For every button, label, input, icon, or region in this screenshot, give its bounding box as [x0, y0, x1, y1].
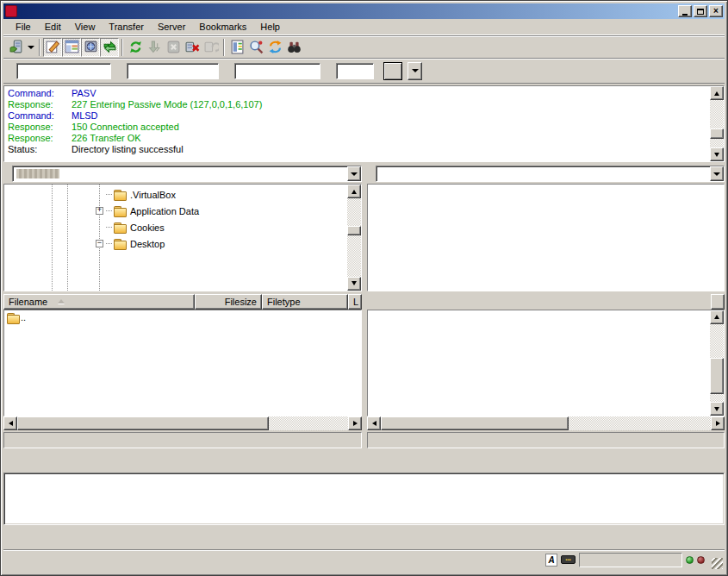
transfer-queue-icon [103, 40, 117, 54]
scroll-up-button[interactable] [710, 310, 724, 324]
local-pane: .VirtualBox Application Data Cookies [3, 165, 362, 448]
host-input[interactable] [16, 63, 111, 79]
remote-list-scrollbar[interactable] [710, 310, 724, 416]
refresh-button[interactable] [126, 38, 145, 57]
column-header[interactable]: Filetype [262, 294, 348, 310]
site-manager-dropdown[interactable] [26, 38, 36, 57]
scroll-left-button[interactable] [367, 416, 381, 430]
scroll-left-button[interactable] [3, 416, 17, 430]
tree-connector [106, 243, 112, 244]
cancel-button[interactable] [164, 38, 183, 57]
toggle-message-log-button[interactable] [43, 38, 62, 57]
toggle-queue-button[interactable] [100, 38, 119, 57]
tree-connector [106, 194, 112, 195]
file-row[interactable]: .. [4, 310, 361, 325]
arrow-left-icon [9, 421, 13, 426]
remote-site-dropdown[interactable] [710, 166, 724, 181]
arrow-right-icon [716, 421, 720, 426]
scroll-right-button[interactable] [348, 416, 362, 430]
log-line-text: MLSD [72, 110, 98, 122]
disconnect-button[interactable] [183, 38, 202, 57]
resize-grip-icon[interactable] [712, 558, 723, 569]
menu-item[interactable]: File [9, 20, 38, 34]
tree-item[interactable]: Application Data [4, 203, 347, 219]
remote-pane [367, 165, 725, 448]
folder-icon [113, 189, 127, 200]
log-line-text: 150 Connection accepted [72, 122, 179, 133]
reconnect-button[interactable] [202, 38, 221, 57]
scrollbar-thumb[interactable] [710, 128, 724, 139]
scrollbar-thumb[interactable] [710, 358, 724, 394]
password-input[interactable] [234, 63, 320, 79]
menu-item[interactable]: Edit [38, 20, 68, 34]
tree-item[interactable]: Desktop [4, 235, 347, 252]
quickconnect-button[interactable] [383, 62, 402, 80]
username-input[interactable] [127, 63, 219, 79]
menu-item[interactable]: Server [151, 20, 192, 34]
menu-item[interactable]: Transfer [102, 20, 151, 34]
local-tree-scrollbar[interactable] [347, 185, 361, 291]
cancel-icon [166, 40, 181, 54]
remote-tree-icon [84, 40, 98, 54]
find-files-button[interactable] [284, 38, 303, 57]
port-input[interactable] [336, 63, 374, 79]
directory-listing-filter-button[interactable] [227, 38, 246, 57]
remote-list-hscrollbar[interactable] [367, 416, 725, 430]
scroll-down-button[interactable] [710, 402, 724, 416]
scrollbar-thumb[interactable] [347, 226, 361, 235]
log-line-text: Directory listing successful [72, 144, 184, 155]
scroll-right-button[interactable] [711, 416, 725, 430]
column-header[interactable]: Filename [3, 294, 195, 310]
toggle-remote-tree-button[interactable] [81, 38, 100, 57]
arrow-down-icon [352, 281, 357, 285]
scrollbar-thumb[interactable] [17, 416, 269, 430]
scroll-up-button[interactable] [347, 185, 361, 198]
transfer-type-icon[interactable]: A [545, 554, 557, 567]
scrollbar-thumb[interactable] [381, 416, 569, 430]
tree-expander[interactable] [96, 207, 103, 215]
log-line: Response: 150 Connection accepted [8, 122, 710, 133]
synchronized-browsing-button[interactable] [265, 38, 284, 57]
log-line: Command: PASV [8, 88, 710, 99]
toggle-local-tree-button[interactable] [62, 38, 81, 57]
speed-limit-icon[interactable]: ▪▪▪ [561, 555, 576, 564]
arrow-up-icon [714, 91, 719, 96]
minimize-button[interactable] [678, 5, 692, 17]
scroll-down-button[interactable] [710, 147, 724, 161]
remote-site-combo[interactable] [376, 166, 725, 182]
local-list-hscrollbar[interactable] [3, 416, 362, 430]
scroll-down-button[interactable] [347, 277, 361, 291]
tree-item[interactable]: Cookies [4, 219, 347, 235]
log-line-label: Response: [8, 122, 72, 133]
process-queue-button[interactable] [145, 38, 164, 57]
activity-led-red [697, 556, 705, 564]
menu-item[interactable]: View [68, 20, 103, 34]
chevron-down-icon [713, 172, 720, 176]
tree-expander[interactable] [96, 240, 103, 247]
tree-guide-line [52, 185, 53, 291]
menu-item[interactable]: Bookmarks [192, 20, 253, 34]
tree-connector [106, 210, 112, 211]
close-button[interactable]: × [709, 5, 723, 17]
log-scrollbar[interactable] [710, 86, 724, 161]
quickconnect-dropdown[interactable] [408, 62, 422, 80]
redacted-username [16, 169, 59, 178]
column-header[interactable]: Filesize [195, 294, 262, 310]
directory-comparison-button[interactable] [246, 38, 265, 57]
maximize-button[interactable] [694, 5, 707, 17]
scroll-up-button[interactable] [710, 86, 724, 100]
local-site-dropdown[interactable] [347, 166, 361, 181]
local-directory-tree: .VirtualBox Application Data Cookies [3, 184, 362, 291]
queue-tabs [3, 527, 725, 546]
tree-item-label: .VirtualBox [130, 190, 176, 200]
column-header[interactable]: L [348, 294, 362, 310]
menu-item[interactable]: Help [253, 20, 287, 34]
log-line: Response: 226 Transfer OK [8, 133, 710, 144]
local-tree-icon [65, 40, 79, 54]
local-site-combo[interactable] [12, 166, 362, 182]
tree-item[interactable]: .VirtualBox [4, 186, 347, 203]
maximize-icon [697, 9, 704, 15]
site-manager-button[interactable] [7, 38, 26, 57]
arrow-up-icon [714, 315, 719, 319]
tree-item-label: Desktop [130, 239, 165, 249]
